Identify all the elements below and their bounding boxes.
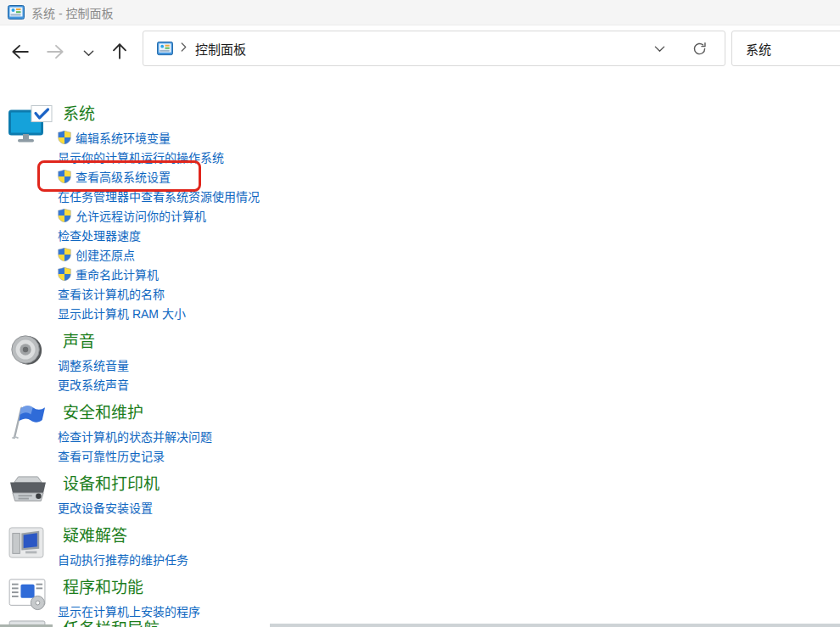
back-button[interactable] [7,39,32,64]
programs-features-icon [7,579,58,620]
search-results-list: 系统编辑系统环境变量显示你的计算机运行的操作系统查看高级系统设置在任务管理器中查… [0,80,840,627]
category-body: 疑难解答自动执行推荐的维护任务 [58,527,840,568]
category-body: 安全和维护检查计算机的状态并解决问题查看可靠性历史记录 [58,404,840,465]
task-link[interactable]: 重命名此计算机 [76,266,159,283]
devices-printers-icon [7,475,58,517]
task-link-row: 查看高级系统设置 [58,166,840,186]
task-link[interactable]: 显示在计算机上安装的程序 [58,602,200,619]
task-link[interactable]: 查看高级系统设置 [76,168,171,185]
task-link-row: 显示你的计算机运行的操作系统 [58,147,840,166]
task-link-row: 创建还原点 [58,244,840,264]
category-title-link[interactable]: 声音 [63,333,95,350]
address-dropdown-button[interactable] [653,42,666,55]
system-icon [7,105,58,322]
refresh-icon [692,41,708,57]
category-title-link[interactable]: 任务栏和导航 [63,620,160,627]
back-icon [9,42,30,61]
category-section: 安全和维护检查计算机的状态并解决问题查看可靠性历史记录 [7,404,840,465]
task-link[interactable]: 查看可靠性历史记录 [58,447,165,464]
task-link[interactable]: 更改系统声音 [58,376,129,393]
category-body: 声音调整系统音量更改系统声音 [58,333,840,394]
task-link[interactable]: 更改设备安装设置 [58,499,153,516]
category-title-link[interactable]: 安全和维护 [63,404,143,422]
task-link-row: 在任务管理器中查看系统资源使用情况 [58,186,840,205]
uac-shield-icon [58,170,71,183]
task-link[interactable]: 在任务管理器中查看系统资源使用情况 [58,188,260,204]
address-bar[interactable]: 控制面板 [143,31,725,66]
category-section: 系统编辑系统环境变量显示你的计算机运行的操作系统查看高级系统设置在任务管理器中查… [7,105,840,322]
up-button[interactable] [107,39,132,64]
task-link-row: 查看该计算机的名称 [58,283,840,303]
title-bar: 系统 - 控制面板 [0,0,840,25]
task-link-row: 更改系统声音 [58,374,840,394]
forward-button[interactable] [43,39,69,64]
task-link-row: 允许远程访问你的计算机 [58,205,840,225]
task-link-row: 检查计算机的状态并解决问题 [58,426,840,445]
task-link-row: 查看可靠性历史记录 [58,445,840,465]
control-panel-icon[interactable] [157,41,173,57]
uac-shield-icon [58,248,71,261]
category-title-link[interactable]: 系统 [63,105,95,123]
task-link-row: 显示在计算机上安装的程序 [58,601,840,620]
uac-shield-icon [58,267,71,281]
address-dropdown-chevron-icon [653,42,666,55]
task-link-row: 更改设备安装设置 [58,497,840,517]
task-link[interactable]: 显示你的计算机运行的操作系统 [58,148,224,165]
task-link-row: 检查处理器速度 [58,225,840,244]
uac-shield-icon [58,131,71,144]
up-icon [109,42,130,61]
task-link[interactable]: 编辑系统环境变量 [76,129,171,146]
task-link[interactable]: 检查处理器速度 [58,227,141,244]
refresh-button[interactable] [692,41,708,57]
task-link[interactable]: 调整系统音量 [58,356,129,373]
task-link-row: 编辑系统环境变量 [58,127,840,147]
recent-locations-button[interactable] [78,43,98,62]
task-link[interactable]: 允许远程访问你的计算机 [76,207,206,224]
category-title-link[interactable]: 疑难解答 [63,527,127,545]
category-section: 疑难解答自动执行推荐的维护任务 [7,527,840,568]
task-link[interactable]: 自动执行推荐的维护任务 [58,551,188,568]
task-link-row: 自动执行推荐的维护任务 [58,549,840,568]
category-section: 声音调整系统音量更改系统声音 [7,333,840,394]
category-section: 设备和打印机更改设备安装设置 [7,475,840,517]
breadcrumb-control-panel[interactable]: 控制面板 [195,40,246,58]
task-link[interactable]: 创建还原点 [76,246,135,263]
category-title-link[interactable]: 程序和功能 [63,579,143,596]
search-input[interactable] [731,31,840,66]
window-title: 系统 - 控制面板 [31,4,113,21]
security-maintenance-icon [7,404,58,465]
category-section: 程序和功能显示在计算机上安装的程序 [7,579,840,620]
troubleshooting-icon [7,527,58,568]
sound-icon [7,333,58,394]
recent-locations-chevron-icon [82,47,95,59]
breadcrumb-chevron-icon[interactable] [180,41,188,56]
task-link-row: 重命名此计算机 [58,264,840,283]
uac-shield-icon [58,209,71,222]
task-link-row: 显示此计算机 RAM 大小 [58,303,840,322]
horizontal-scrollbar[interactable] [270,624,840,627]
task-link[interactable]: 显示此计算机 RAM 大小 [58,305,186,322]
category-body: 程序和功能显示在计算机上安装的程序 [58,579,840,620]
forward-icon [46,42,66,61]
task-link[interactable]: 检查计算机的状态并解决问题 [58,428,212,445]
category-body: 系统编辑系统环境变量显示你的计算机运行的操作系统查看高级系统设置在任务管理器中查… [58,105,840,322]
task-link-row: 调整系统音量 [58,355,840,374]
navigation-toolbar: 控制面板 [0,25,840,80]
category-title-link[interactable]: 设备和打印机 [63,475,160,493]
control-panel-icon [8,4,25,21]
task-link[interactable]: 查看该计算机的名称 [58,285,165,302]
category-body: 设备和打印机更改设备安装设置 [58,475,840,517]
